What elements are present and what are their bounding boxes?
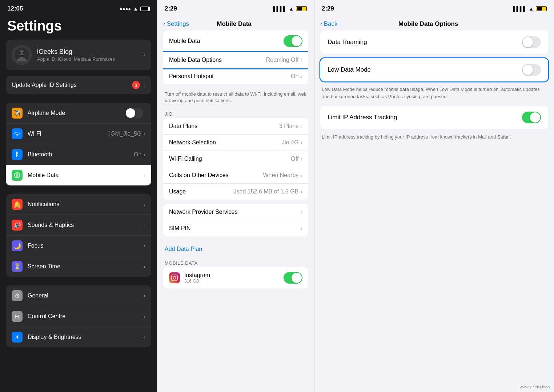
- notifications-row[interactable]: 🔔 Notifications ›: [6, 194, 151, 215]
- instagram-toggle[interactable]: [284, 272, 302, 284]
- back-label-2: Settings: [167, 20, 189, 28]
- update-badge: 1: [132, 81, 140, 89]
- screen-time-icon: ⏳: [12, 261, 23, 272]
- screen-time-row[interactable]: ⏳ Screen Time ›: [6, 256, 151, 277]
- network-selection-value: Jio 4G: [282, 139, 298, 146]
- instagram-knob: [292, 273, 302, 283]
- personal-hotspot-row[interactable]: Personal Hotspot On ›: [163, 68, 308, 84]
- update-row[interactable]: Update Apple ID Settings 1 ›: [6, 76, 151, 94]
- mobile-data-chevron: ›: [144, 172, 145, 178]
- focus-icon: 🌙: [12, 240, 23, 251]
- back-label-3: Back: [324, 20, 338, 28]
- wifi-label: Wi-Fi: [28, 131, 109, 137]
- calls-other-chevron: ›: [301, 172, 302, 178]
- focus-label: Focus: [28, 243, 144, 249]
- data-roaming-row[interactable]: Data Roaming: [320, 31, 548, 54]
- nav-title-2: Mobile Data: [189, 20, 279, 28]
- usage-row[interactable]: Usage Used 152.6 MB of 1.5 GB ›: [163, 184, 308, 200]
- screen-time-label: Screen Time: [28, 263, 144, 270]
- bluetooth-row[interactable]: ᛒ Bluetooth On ›: [6, 144, 151, 165]
- back-chevron-2: ‹: [163, 20, 165, 28]
- mobile-data-options-panel: 2:29 ▌▌▌▌ ▲ ‹ Back Mobile Data Options D…: [314, 0, 554, 392]
- limit-ip-label: Limit IP Address Tracking: [328, 114, 522, 121]
- control-centre-icon: ⊞: [12, 311, 23, 322]
- sounds-label: Sounds & Haptics: [28, 222, 144, 228]
- svg-point-2: [19, 52, 21, 54]
- network-selection-label: Network Selection: [169, 139, 282, 146]
- notifications-group: 🔔 Notifications › 🔊 Sounds & Haptics › 🌙…: [6, 194, 151, 277]
- profile-chevron: ›: [144, 52, 145, 58]
- limit-ip-row[interactable]: Limit IP Address Tracking: [320, 106, 548, 129]
- calls-other-row[interactable]: Calls on Other Devices When Nearby ›: [163, 167, 308, 184]
- time-3: 2:29: [322, 5, 334, 12]
- nav-bar-2: ‹ Settings Mobile Data: [157, 15, 314, 31]
- airplane-label: Airplane Mode: [28, 110, 125, 116]
- back-button-2[interactable]: ‹ Settings: [163, 20, 189, 28]
- sim-pin-row[interactable]: SIM PIN ›: [163, 220, 308, 236]
- signal-bars-icon: ▌▌▌▌: [273, 6, 286, 12]
- wifi-calling-row[interactable]: Wi-Fi Calling Off ›: [163, 151, 308, 167]
- data-roaming-toggle[interactable]: [522, 36, 541, 48]
- network-selection-row[interactable]: Network Selection Jio 4G ›: [163, 135, 308, 151]
- notifications-icon: 🔔: [12, 199, 23, 210]
- airplane-icon: ✈️: [12, 108, 23, 119]
- data-plans-row[interactable]: Data Plans 3 Plans ›: [163, 118, 308, 135]
- status-icons-3: ▌▌▌▌ ▲: [513, 6, 547, 12]
- profile-row[interactable]: iGeeks Blog Apple ID, iCloud, Media & Pu…: [6, 40, 151, 70]
- mobile-data-options-row[interactable]: Mobile Data Options Roaming Off ›: [163, 52, 308, 68]
- status-icons-1: ●●●● ▲: [120, 6, 150, 12]
- mobile-data-row[interactable]: Mobile Data ›: [6, 165, 151, 185]
- screen-time-chevron: ›: [144, 264, 145, 269]
- usage-chevron: ›: [301, 189, 302, 195]
- mobile-data-toggle-switch[interactable]: [284, 35, 302, 47]
- control-centre-row[interactable]: ⊞ Control Centre ›: [6, 306, 151, 327]
- wifi-row[interactable]: Wi-Fi iGM_Jio_5G ›: [6, 124, 151, 144]
- mobile-data-toggle-row[interactable]: Mobile Data: [163, 31, 308, 52]
- limit-ip-note: Limit IP address tracking by hiding your…: [320, 133, 548, 141]
- sounds-icon: 🔊: [12, 220, 23, 231]
- focus-row[interactable]: 🌙 Focus ›: [6, 236, 151, 256]
- mobile-data-knob: [292, 36, 302, 46]
- general-row[interactable]: ⚙ General ›: [6, 285, 151, 306]
- low-data-mode-toggle[interactable]: [522, 64, 541, 76]
- limit-ip-toggle[interactable]: [522, 112, 541, 123]
- wifi-calling-chevron: ›: [301, 156, 302, 162]
- general-chevron: ›: [144, 293, 145, 299]
- data-roaming-knob: [523, 37, 533, 47]
- update-chevron: ›: [144, 82, 145, 88]
- bluetooth-chevron: ›: [144, 152, 145, 157]
- usage-value: Used 152.6 MB of 1.5 GB: [232, 188, 298, 195]
- instagram-label: Instagram: [184, 272, 284, 279]
- provider-group: Network Provider Services › SIM PIN ›: [163, 204, 308, 236]
- low-data-mode-row[interactable]: Low Data Mode: [320, 58, 548, 81]
- data-plans-label: Data Plans: [169, 123, 279, 129]
- display-chevron: ›: [144, 334, 145, 340]
- data-plans-value: 3 Plans: [279, 123, 298, 129]
- network-provider-row[interactable]: Network Provider Services ›: [163, 204, 308, 220]
- time-1: 12:05: [7, 5, 23, 12]
- svg-point-3: [23, 52, 25, 54]
- low-data-mode-label: Low Data Mode: [328, 66, 522, 73]
- content-list-2: Mobile Data Mobile Data Options Roaming …: [157, 31, 314, 392]
- data-plans-chevron: ›: [301, 123, 302, 129]
- sim-pin-chevron: ›: [301, 225, 302, 231]
- display-row[interactable]: ☀ Display & Brightness ›: [6, 327, 151, 347]
- instagram-row[interactable]: Instagram 316 GB: [163, 267, 308, 288]
- data-roaming-card: Data Roaming: [320, 31, 548, 54]
- display-label: Display & Brightness: [28, 334, 144, 340]
- wifi-status-icon: ▲: [289, 6, 294, 12]
- network-provider-chevron: ›: [301, 209, 302, 215]
- back-button-3[interactable]: ‹ Back: [320, 20, 337, 28]
- time-2: 2:29: [165, 5, 177, 12]
- airplane-mode-row[interactable]: ✈️ Airplane Mode: [6, 103, 151, 124]
- sounds-row[interactable]: 🔊 Sounds & Haptics ›: [6, 215, 151, 236]
- limit-ip-card: Limit IP Address Tracking: [320, 106, 548, 129]
- nav-bar-3: ‹ Back Mobile Data Options: [314, 15, 554, 31]
- airplane-toggle[interactable]: [125, 108, 143, 119]
- general-label: General: [28, 292, 144, 299]
- mobile-data-options-chevron: ›: [301, 57, 302, 63]
- update-label: Update Apple ID Settings: [12, 82, 132, 88]
- add-data-plan-link[interactable]: Add Data Plan: [157, 241, 314, 257]
- connectivity-group: ✈️ Airplane Mode Wi-Fi iGM_Jio_5G › ᛒ Bl…: [6, 103, 151, 185]
- usage-label: Usage: [169, 188, 232, 195]
